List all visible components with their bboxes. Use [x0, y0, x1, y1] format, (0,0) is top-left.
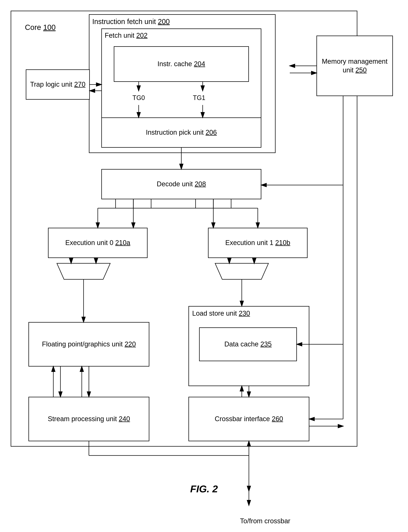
eu0-label: Execution unit 0 210a	[65, 238, 130, 247]
tg0-box: TG0	[124, 91, 153, 105]
ipu-label: Instruction pick unit 206	[146, 128, 217, 137]
fig-label-text: FIG. 2	[190, 483, 218, 495]
crossbar-label-text: To/from crossbar	[240, 517, 290, 525]
fpu-label: Floating point/graphics unit 220	[42, 340, 136, 349]
crossbar-label: To/from crossbar	[240, 517, 290, 525]
core-label: Core 100	[25, 23, 56, 32]
decode-box: Decode unit 208	[101, 169, 261, 199]
tg1-label: TG1	[193, 94, 205, 102]
ifu-label: Instruction fetch unit 200	[92, 17, 170, 26]
tg1-box: TG1	[185, 91, 213, 105]
trap-label: Trap logic unit 270	[30, 80, 85, 89]
xbar-box: Crossbar interface 260	[188, 397, 309, 441]
ipu-box: Instruction pick unit 206	[101, 117, 261, 148]
core-number: 100	[43, 23, 56, 32]
icache-label: Instr. cache 204	[158, 60, 205, 68]
decode-label: Decode unit 208	[157, 180, 206, 188]
page: Core 100 Instruction fetch unit 200 Fetc…	[0, 0, 408, 532]
mmu-box: Memory management unit 250	[316, 35, 393, 96]
fetch-label: Fetch unit 202	[105, 31, 148, 40]
eu1-box: Execution unit 1 210b	[208, 228, 307, 258]
mmu-label: Memory management unit 250	[317, 57, 392, 75]
lsu-label: Load store unit 230	[192, 309, 250, 318]
eu0-box: Execution unit 0 210a	[48, 228, 148, 258]
fpu-box: Floating point/graphics unit 220	[28, 322, 149, 366]
eu1-label: Execution unit 1 210b	[225, 238, 290, 247]
spu-label: Stream processing unit 240	[48, 415, 130, 423]
dcache-box: Data cache 235	[199, 327, 297, 361]
tg0-label: TG0	[132, 94, 145, 102]
icache-box: Instr. cache 204	[114, 46, 249, 82]
fig-label: FIG. 2	[190, 483, 218, 495]
spu-box: Stream processing unit 240	[28, 397, 149, 441]
trap-box: Trap logic unit 270	[26, 70, 90, 100]
xbar-label: Crossbar interface 260	[215, 415, 283, 423]
dcache-label: Data cache 235	[224, 340, 272, 349]
